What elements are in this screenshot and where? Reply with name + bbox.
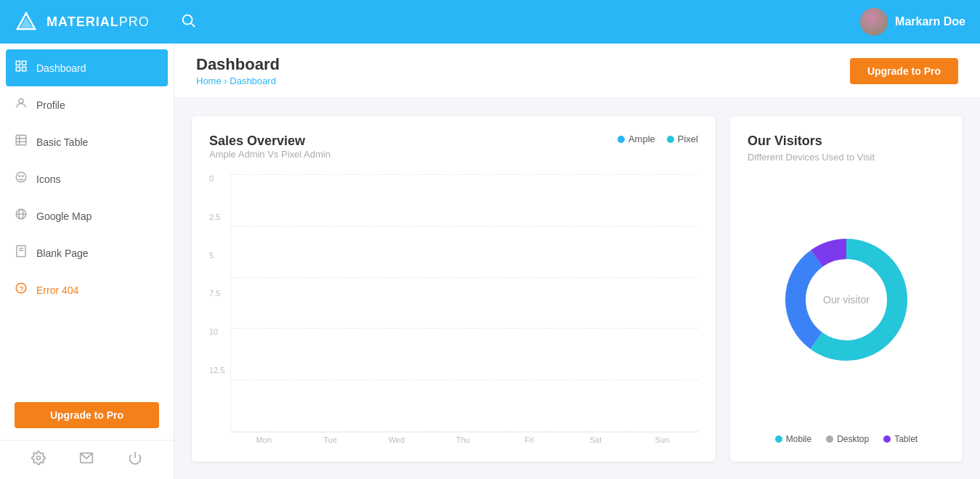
- logo-icon: [15, 10, 38, 33]
- main-header: Dashboard Home › Dashboard Upgrade to Pr…: [174, 44, 980, 99]
- legend-mobile: Mobile: [775, 434, 811, 444]
- sidebar-upgrade-wrap: Upgrade to Pro: [0, 390, 174, 440]
- sidebar-item-dashboard[interactable]: Dashboard: [6, 49, 168, 86]
- svg-point-8: [19, 99, 23, 103]
- visitors-title: Our Visitors: [748, 134, 945, 149]
- svg-rect-7: [23, 67, 26, 71]
- search-button[interactable]: [180, 12, 196, 31]
- visitors-card: Our Visitors Different Devices Used to V…: [730, 116, 963, 462]
- y-axis: 12.5 10 7.5 5 2.5 0: [209, 174, 224, 377]
- chart-subtitle: Ample Admin Vs Pixel Admin: [209, 149, 331, 160]
- user-name: Markarn Doe: [895, 15, 965, 28]
- main: Dashboard Home › Dashboard Upgrade to Pr…: [174, 44, 980, 479]
- legend-tablet-dot: [883, 435, 891, 443]
- donut-legend: Mobile Desktop Tablet: [748, 434, 945, 444]
- settings-icon[interactable]: [31, 451, 46, 469]
- sidebar-item-google-map[interactable]: Google Map: [0, 197, 174, 234]
- breadcrumb: Home › Dashboard: [196, 75, 280, 86]
- svg-point-13: [16, 172, 26, 182]
- chart-bars: [230, 174, 698, 433]
- sidebar-item-error-404[interactable]: ? Error 404: [0, 271, 174, 308]
- topnav: MATERIALPRO Markarn Doe: [0, 0, 980, 44]
- chart-legend: Ample Pixel: [617, 134, 698, 144]
- svg-text:?: ?: [20, 284, 24, 292]
- visitors-subtitle: Different Devices Used to Visit: [748, 152, 945, 163]
- page-title: Dashboard: [196, 55, 280, 74]
- upgrade-pro-button[interactable]: Upgrade to Pro: [850, 58, 958, 84]
- globe-icon: [15, 208, 28, 224]
- sidebar-item-profile[interactable]: Profile: [0, 86, 174, 123]
- legend-ample-dot: [617, 136, 625, 143]
- legend-pixel-dot: [667, 136, 674, 143]
- svg-point-14: [19, 176, 20, 177]
- avatar: [860, 8, 888, 36]
- sidebar-item-basic-table[interactable]: Basic Table: [0, 123, 174, 160]
- donut-svg-container: Our visitor: [774, 227, 919, 372]
- legend-desktop: Desktop: [826, 434, 869, 444]
- sidebar-item-label-google-map: Google Map: [36, 210, 92, 222]
- legend-tablet: Tablet: [883, 434, 918, 444]
- sidebar-item-label-profile: Profile: [36, 99, 65, 111]
- sidebar-item-label-icons: Icons: [36, 173, 60, 185]
- sidebar: Dashboard Profile Basic Table: [0, 44, 174, 479]
- sidebar-nav: Dashboard Profile Basic Table: [0, 44, 174, 390]
- legend-pixel: Pixel: [667, 134, 698, 144]
- topnav-right: Markarn Doe: [860, 8, 965, 36]
- topnav-left: MATERIALPRO: [15, 10, 196, 33]
- power-icon[interactable]: [128, 451, 142, 469]
- legend-mobile-dot: [775, 435, 782, 443]
- layout: Dashboard Profile Basic Table: [0, 44, 980, 479]
- sidebar-upgrade-button[interactable]: Upgrade to Pro: [15, 402, 159, 428]
- chart-header: Sales Overview Ample Admin Vs Pixel Admi…: [209, 134, 698, 171]
- sales-chart-card: Sales Overview Ample Admin Vs Pixel Admi…: [192, 116, 716, 462]
- book-icon: [15, 245, 28, 261]
- x-labels: Mon Tue Wed Thu Fri Sat Sun: [230, 435, 698, 444]
- chart-title-wrap: Sales Overview Ample Admin Vs Pixel Admi…: [209, 134, 331, 171]
- chart-title: Sales Overview: [209, 134, 331, 149]
- svg-point-15: [23, 176, 24, 177]
- header-text: Dashboard Home › Dashboard: [196, 55, 280, 86]
- chart-inner: Mon Tue Wed Thu Fri Sat Sun: [230, 174, 698, 444]
- grid-icon: [15, 60, 28, 76]
- chart-grid: [231, 174, 698, 432]
- legend-desktop-dot: [826, 435, 833, 443]
- sidebar-item-label-basic-table: Basic Table: [36, 136, 88, 148]
- bar-chart-container: 12.5 10 7.5 5 2.5 0: [209, 174, 698, 444]
- svg-rect-6: [16, 67, 20, 71]
- sidebar-item-icons[interactable]: Icons: [0, 160, 174, 197]
- svg-rect-4: [16, 61, 20, 65]
- svg-rect-9: [16, 135, 26, 145]
- emoji-icon: [15, 171, 28, 187]
- table-icon: [15, 134, 28, 150]
- person-icon: [15, 97, 28, 113]
- svg-line-3: [191, 23, 195, 27]
- donut-chart-wrap: Our visitor: [748, 177, 945, 422]
- mail-icon[interactable]: [79, 451, 94, 469]
- donut-center-text: Our visitor: [823, 294, 870, 306]
- svg-rect-5: [23, 61, 26, 65]
- main-body: Sales Overview Ample Admin Vs Pixel Admi…: [174, 99, 980, 479]
- sidebar-footer: [0, 440, 174, 479]
- svg-point-2: [182, 15, 192, 25]
- logo-text: MATERIALPRO: [46, 15, 150, 30]
- svg-point-24: [37, 457, 41, 460]
- sidebar-item-label-error-404: Error 404: [36, 284, 78, 296]
- sidebar-item-label-dashboard: Dashboard: [36, 62, 86, 74]
- sidebar-item-label-blank-page: Blank Page: [36, 247, 89, 259]
- question-icon: ?: [15, 282, 28, 298]
- legend-ample: Ample: [617, 134, 655, 144]
- sidebar-item-blank-page[interactable]: Blank Page: [0, 234, 174, 271]
